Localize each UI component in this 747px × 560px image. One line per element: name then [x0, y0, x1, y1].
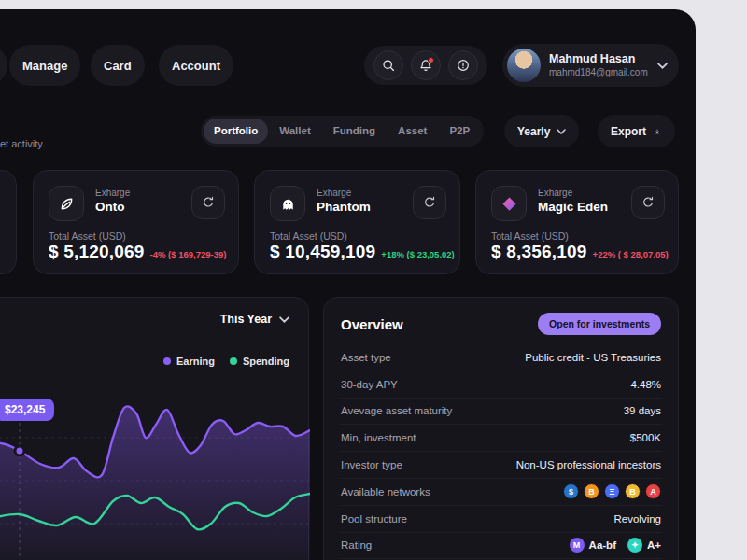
portfolio-tab-bar: Portfolio Wallet Funding Asset P2P — [201, 116, 484, 147]
download-icon — [653, 129, 662, 134]
nav-item-account[interactable]: Account — [159, 45, 233, 86]
asset-change: -4% ($ 169,729-39) — [150, 249, 227, 262]
nav-item-manage[interactable]: Manage — [9, 45, 80, 86]
overview-row-pool-structure: Pool structure Revolving — [341, 506, 661, 533]
legend-spending: Spending — [230, 356, 289, 367]
rating-text: Aa-bf — [589, 539, 616, 551]
card-brand: Exharge — [95, 188, 130, 198]
refresh-icon — [201, 195, 216, 210]
refresh-icon — [422, 195, 437, 210]
overview-row-rating: Rating MAa-bf✦A+ — [341, 533, 661, 560]
legend-label: Spending — [243, 356, 289, 367]
total-asset-amount: $ 8,356,109 — [491, 242, 587, 262]
nav-item-fragment[interactable] — [0, 45, 7, 86]
total-asset-label: Total Asset (USD) — [270, 231, 347, 242]
total-asset-label: Total Asset (USD) — [491, 231, 569, 242]
earning-dot-icon — [163, 357, 171, 365]
sync-button[interactable] — [191, 186, 225, 219]
chart-tooltip: $23,245 — [0, 399, 54, 421]
card-wallet-name: Onto — [95, 200, 125, 214]
spending-dot-icon — [230, 357, 237, 365]
earnings-chart-panel: This Year Earning Spending — [0, 297, 309, 560]
row-value: 39 days — [624, 405, 661, 416]
export-button-label: Export — [611, 125, 646, 138]
overview-title: Overview — [341, 316, 403, 332]
chevron-down-icon — [657, 63, 668, 69]
row-value: 4.48% — [630, 379, 661, 390]
legend-earning: Earning — [163, 356, 215, 367]
row-label: Pool structure — [341, 513, 407, 525]
tab-p2p[interactable]: P2P — [438, 119, 481, 144]
period-dropdown[interactable]: Yearly — [504, 115, 579, 147]
rating-badges: MAa-bf✦A+ — [570, 538, 661, 553]
sync-button[interactable] — [413, 186, 446, 219]
overview-row-maturity: Avevage asset maturity 39 days — [341, 399, 661, 426]
refresh-icon — [641, 195, 655, 210]
app-canvas: Manage Card Account Mahmud Hasan mahmd18… — [0, 9, 696, 560]
avalanche-icon: A — [645, 483, 661, 499]
chart-period-dropdown[interactable]: This Year — [220, 313, 289, 326]
tab-asset[interactable]: Asset — [387, 119, 438, 144]
tab-portfolio[interactable]: Portfolio — [204, 119, 268, 144]
tab-wallet[interactable]: Wallet — [268, 119, 321, 144]
search-button[interactable] — [374, 50, 403, 80]
user-email: mahmd184@gmail.com — [549, 67, 648, 79]
tab-funding[interactable]: Funding — [322, 119, 387, 144]
earning-area — [0, 406, 310, 560]
notifications-button[interactable] — [411, 50, 441, 80]
rating-agency-icon: ✦ — [627, 538, 642, 553]
export-button[interactable]: Export — [598, 115, 675, 147]
open-investments-badge: Open for investments — [538, 313, 661, 335]
overview-row-networks: Available networks $BΞBA — [341, 479, 661, 506]
onto-leaf-icon — [49, 186, 84, 221]
row-value: Revolving — [614, 513, 662, 525]
nav-item-label: Account — [172, 59, 220, 73]
row-label: Rating — [341, 539, 372, 551]
wallet-card-fragment[interactable] — [0, 170, 17, 274]
sync-button[interactable] — [631, 186, 665, 219]
alert-circle-icon — [456, 58, 471, 73]
rating-text: A+ — [647, 539, 661, 551]
activity-hint-text: et activity. — [0, 138, 45, 149]
search-icon — [381, 58, 396, 73]
total-asset-amount: $ 5,120,069 — [49, 242, 145, 262]
usdc-icon: $ — [563, 483, 579, 499]
chevron-down-icon — [279, 316, 289, 323]
user-name: Mahmud Hasan — [549, 52, 648, 67]
chart-legend: Earning Spending — [163, 356, 289, 367]
asset-change: +18% ($ 23,05.02) — [381, 249, 454, 262]
earning-marker-dot — [15, 446, 24, 455]
overview-row-investor-type: Investor type Non-US professional incest… — [341, 452, 661, 479]
card-wallet-name: Magic Eden — [538, 200, 608, 214]
header-icon-cluster — [364, 46, 487, 85]
magic-eden-icon — [491, 186, 527, 221]
wallet-card-phantom[interactable]: Exharge Phantom Total Asset (USD) $ 10,4… — [254, 170, 460, 274]
overview-rows: Asset type Public credit - US Treasuries… — [324, 344, 678, 559]
screenshot-stage: Manage Card Account Mahmud Hasan mahmd18… — [0, 0, 747, 560]
asset-change: +22% ( $ 28,07.05) — [593, 249, 669, 262]
nav-item-card[interactable]: Card — [91, 45, 145, 86]
chevron-down-icon — [557, 129, 566, 134]
nav-item-label: Manage — [22, 59, 67, 73]
overview-panel: Overview Open for investments Asset type… — [323, 297, 679, 560]
user-avatar — [507, 49, 541, 82]
row-value: Public credit - US Treasuries — [525, 352, 661, 363]
row-value: $500K — [630, 432, 661, 443]
row-label: Investor type — [341, 459, 402, 470]
total-asset-amount: $ 10,459,109 — [270, 242, 375, 262]
period-dropdown-value: Yearly — [517, 125, 550, 138]
row-label: 30-day APY — [341, 379, 398, 390]
total-asset-label: Total Asset (USD) — [49, 231, 126, 242]
card-brand: Exharge — [538, 188, 572, 198]
user-profile-menu[interactable]: Mahmud Hasan mahmd184@gmail.com — [502, 44, 679, 87]
row-label: Available networks — [341, 486, 430, 497]
legend-label: Earning — [176, 356, 215, 367]
overview-row-min-investment: Min, investment $500K — [341, 425, 661, 452]
alerts-button[interactable] — [448, 50, 478, 80]
bitcoin-icon: B — [584, 483, 599, 499]
wallet-card-magic-eden[interactable]: Exharge Magic Eden Total Asset (USD) $ 8… — [475, 170, 679, 274]
wallet-card-onto[interactable]: Exharge Onto Total Asset (USD) $ 5,120,0… — [33, 170, 239, 274]
bnb-icon: B — [625, 483, 641, 499]
chart-period-value: This Year — [220, 313, 272, 326]
overview-row-asset-type: Asset type Public credit - US Treasuries — [341, 344, 661, 371]
